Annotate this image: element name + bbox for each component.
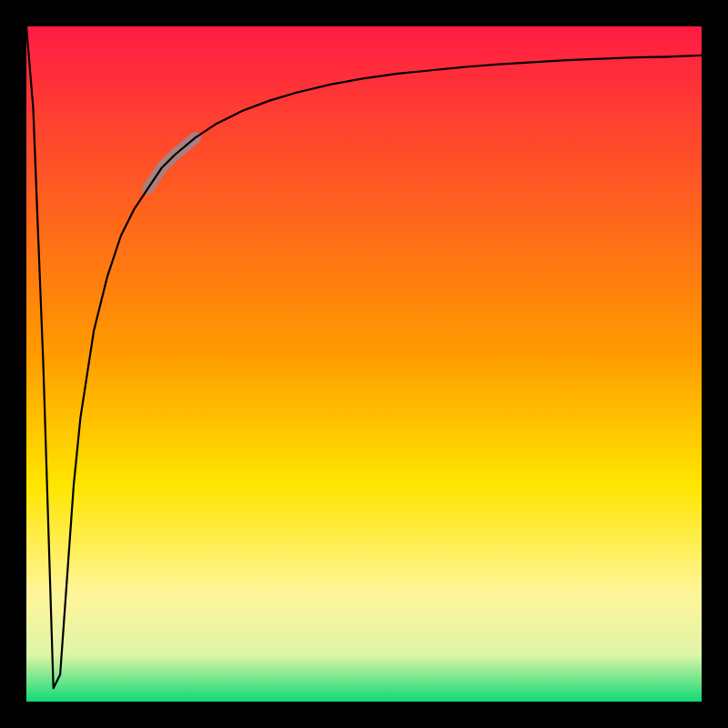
chart-container: TheBottlenecker.com — [0, 0, 728, 728]
frame-top — [0, 0, 728, 26]
frame-bottom — [0, 702, 728, 728]
bottleneck-chart — [0, 0, 728, 728]
frame-left — [0, 0, 26, 728]
plot-background — [26, 26, 702, 702]
frame-right — [702, 0, 728, 728]
